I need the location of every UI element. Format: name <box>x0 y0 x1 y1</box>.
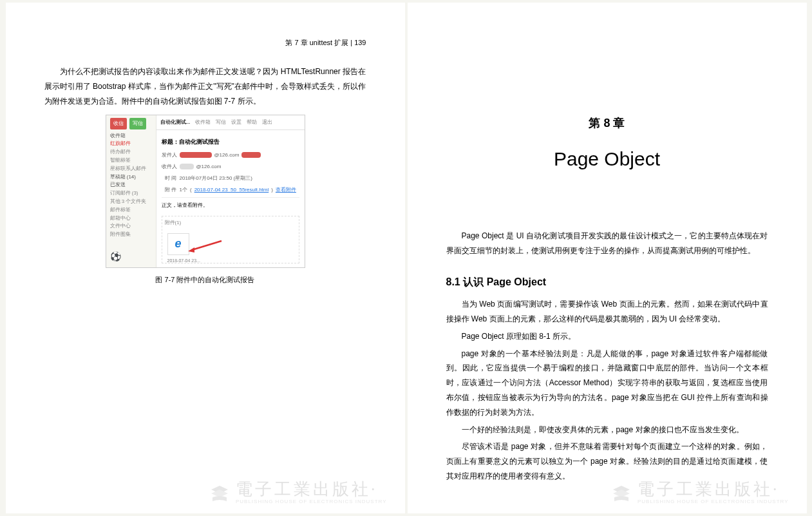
tab[interactable]: 收件箱 <box>195 117 211 127</box>
tab[interactable]: 写信 <box>216 117 226 127</box>
publisher-logo-icon <box>209 483 231 502</box>
email-attach-row: 附 件 1个 ( 2018-07-04 23_50_55result.html … <box>162 185 299 195</box>
attach-count: 1个 <box>180 185 187 195</box>
paragraph: 一个好的经验法则是，即使改变具体的元素，page 对象的接口也不应当发生变化。 <box>446 423 768 437</box>
sidebar-item[interactable]: 文件中心 <box>110 222 152 231</box>
to-label: 收件人 <box>162 162 177 171</box>
email-content-pane: 自动化测试... 收件箱 写信 设置 帮助 退出 标题：自动化测试报告 发件人 … <box>156 115 305 267</box>
sidebar-item[interactable]: 附件图集 <box>110 231 152 239</box>
email-client-screenshot: 收信 写信 收件箱 红旗邮件 待办邮件 智能标签 星标联系人邮件 草稿箱 (14… <box>106 115 305 268</box>
sidebar-item[interactable]: 星标联系人邮件 <box>110 165 152 173</box>
time-value: 2018年07月04日 23:50 (星期三) <box>180 173 252 183</box>
sidebar-item[interactable]: 邮箱中心 <box>110 215 152 223</box>
svg-line-0 <box>192 241 222 250</box>
email-sidebar: 收信 写信 收件箱 红旗邮件 待办邮件 智能标签 星标联系人邮件 草稿箱 (14… <box>106 115 156 267</box>
chapter-number: 第 8 章 <box>446 112 768 134</box>
sidebar-item[interactable]: 其他 3 个文件夹 <box>110 198 152 206</box>
red-arrow-annotation <box>187 240 223 253</box>
book-page-right: 第 8 章 Page Object Page Object 是 UI 自动化测试… <box>408 3 807 513</box>
redacted-address <box>241 152 261 158</box>
tab[interactable]: 帮助 <box>247 117 257 127</box>
redacted-address <box>180 152 212 158</box>
compose-button[interactable]: 写信 <box>129 118 146 129</box>
redacted-address <box>180 164 194 169</box>
publisher-name-en: PUBLISHING HOUSE OF ELECTRONICS INDUSTRY <box>236 499 387 504</box>
sidebar-item[interactable]: 收件箱 <box>110 132 152 140</box>
sidebar-item[interactable]: 待办邮件 <box>110 148 152 157</box>
sidebar-item[interactable]: 已发送 <box>110 181 152 189</box>
publisher-logo-icon <box>610 483 632 502</box>
email-from-row: 发件人 @126.com <box>162 150 299 160</box>
attach-filename-link[interactable]: 2018-07-04 23_50_55result.html <box>194 185 269 195</box>
attachment-filename: 2018-07-04 23... <box>167 256 299 265</box>
attachment-thumbnail[interactable]: e <box>167 233 189 255</box>
page-body: 为什么不把测试报告的内容读取出来作为邮件正文发送呢？因为 HTMLTestRun… <box>44 64 366 287</box>
email-subject: 标题：自动化测试报告 <box>162 137 299 148</box>
from-label: 发件人 <box>162 150 177 160</box>
time-label: 时 间 <box>162 173 177 183</box>
view-attach-link[interactable]: 查看附件 <box>276 185 296 195</box>
book-page-left: 第 7 章 unittest 扩展 | 139 为什么不把测试报告的内容读取出来… <box>6 3 405 513</box>
page-body: Page Object 是 UI 自动化测试项目开发实践的最佳设计模式之一，它的… <box>446 229 768 484</box>
sidebar-top-buttons: 收信 写信 <box>110 118 152 129</box>
email-body-text: 正文，请查看附件。 <box>162 200 299 210</box>
email-to-row: 收件人 @126.com <box>162 162 299 171</box>
chapter-title: Page Object <box>446 140 768 177</box>
email-domain: @126.com <box>214 150 240 160</box>
paragraph: 当为 Web 页面编写测试时，需要操作该 Web 页面上的元素。然而，如果在测试… <box>446 297 768 327</box>
publisher-watermark: 電子工業出版社· PUBLISHING HOUSE OF ELECTRONICS… <box>610 481 789 504</box>
receive-button[interactable]: 收信 <box>110 118 127 129</box>
sidebar-item[interactable]: 订阅邮件 (3) <box>110 189 152 198</box>
publisher-name-cn: 電子工業出版社· <box>637 481 789 498</box>
publisher-name-en: PUBLISHING HOUSE OF ELECTRONICS INDUSTRY <box>637 499 789 504</box>
tab[interactable]: 退出 <box>262 117 272 127</box>
email-body: 标题：自动化测试报告 发件人 @126.com 收件人 @126.com <box>156 130 305 268</box>
running-header: 第 7 章 unittest 扩展 | 139 <box>285 36 366 50</box>
paragraph: 尽管该术语是 page 对象，但并不意味着需要针对每个页面建立一个这样的对象。例… <box>446 439 768 483</box>
sidebar-item[interactable]: 智能标签 <box>110 157 152 165</box>
ie-icon: e <box>175 233 181 254</box>
sidebar-item[interactable]: 邮件标签 <box>110 206 152 215</box>
paragraph: page 对象的一个基本经验法则是：凡是人能做的事，page 对象通过软件客户端… <box>446 347 768 420</box>
email-tabs: 自动化测试... 收件箱 写信 设置 帮助 退出 <box>156 115 305 129</box>
attachment-area-label: 附件(1) <box>165 218 299 227</box>
publisher-name-cn: 電子工業出版社· <box>236 481 387 498</box>
soccer-icon: ⚽ <box>110 248 121 265</box>
attachment-area: 附件(1) e 2018-07-04 23... <box>162 216 299 263</box>
section-heading: 8.1 认识 Page Object <box>446 272 768 292</box>
tab[interactable]: 设置 <box>231 117 241 127</box>
figure-7-7: 收信 写信 收件箱 红旗邮件 待办邮件 智能标签 星标联系人邮件 草稿箱 (14… <box>106 115 305 287</box>
sidebar-nav: 收件箱 红旗邮件 待办邮件 智能标签 星标联系人邮件 草稿箱 (14) 已发送 … <box>110 132 152 239</box>
email-time-row: 时 间 2018年07月04日 23:50 (星期三) <box>162 173 299 183</box>
paragraph: 为什么不把测试报告的内容读取出来作为邮件正文发送呢？因为 HTMLTestRun… <box>44 64 366 108</box>
divider <box>162 197 299 198</box>
publisher-watermark: 電子工業出版社· PUBLISHING HOUSE OF ELECTRONICS… <box>209 481 387 504</box>
sidebar-item[interactable]: 草稿箱 (14) <box>110 173 152 182</box>
email-domain: @126.com <box>196 162 222 171</box>
attach-label: 附 件 <box>162 185 177 195</box>
paragraph: Page Object 是 UI 自动化测试项目开发实践的最佳设计模式之一，它的… <box>446 229 768 258</box>
tab[interactable]: 自动化测试... <box>160 117 191 127</box>
sidebar-item[interactable]: 红旗邮件 <box>110 140 152 148</box>
paragraph: Page Object 原理如图 8-1 所示。 <box>446 329 768 344</box>
figure-caption: 图 7-7 附件中的自动化测试报告 <box>106 273 305 287</box>
